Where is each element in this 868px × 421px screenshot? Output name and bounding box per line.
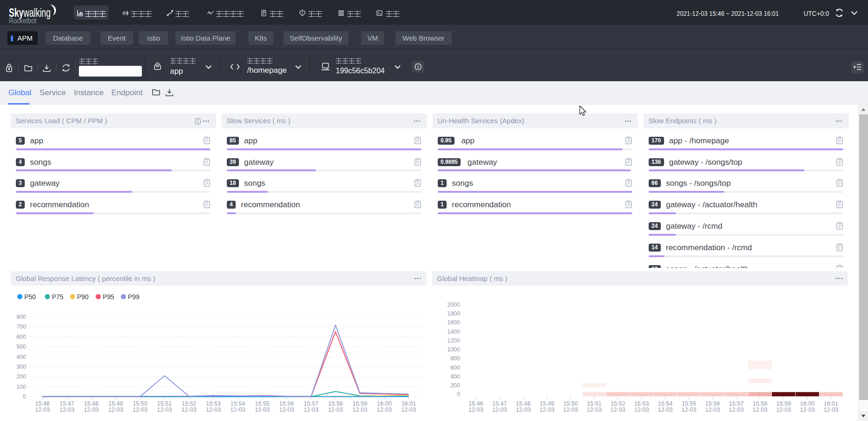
svg-text:15:52: 15:52 xyxy=(182,400,196,407)
svg-text:12-03: 12-03 xyxy=(352,407,367,413)
svg-text:12-03: 12-03 xyxy=(133,407,147,413)
svg-text:1200: 1200 xyxy=(447,337,460,344)
svg-text:15:55: 15:55 xyxy=(255,400,269,407)
svg-text:12-03: 12-03 xyxy=(279,407,294,413)
svg-text:15:53: 15:53 xyxy=(206,400,221,407)
svg-text:1400: 1400 xyxy=(447,329,460,335)
svg-text:15:57: 15:57 xyxy=(304,400,318,407)
svg-text:15:49: 15:49 xyxy=(108,400,123,407)
svg-text:12-03: 12-03 xyxy=(776,407,791,413)
svg-text:12-03: 12-03 xyxy=(469,407,483,413)
svg-text:12-03: 12-03 xyxy=(705,407,720,413)
svg-text:12-03: 12-03 xyxy=(634,407,649,413)
svg-text:12-03: 12-03 xyxy=(84,407,99,413)
svg-text:16:00: 16:00 xyxy=(800,400,814,407)
svg-text:15:56: 15:56 xyxy=(705,400,720,407)
svg-text:12-03: 12-03 xyxy=(182,407,196,413)
svg-text:400: 400 xyxy=(16,354,26,360)
svg-text:16:00: 16:00 xyxy=(377,400,392,407)
svg-text:15:49: 15:49 xyxy=(539,400,554,407)
svg-text:800: 800 xyxy=(16,314,26,320)
svg-text:15:55: 15:55 xyxy=(682,400,696,407)
svg-text:12-03: 12-03 xyxy=(35,407,50,413)
svg-text:12-03: 12-03 xyxy=(157,407,172,413)
svg-text:12-03: 12-03 xyxy=(377,407,392,413)
svg-text:12-03: 12-03 xyxy=(800,407,815,413)
svg-text:15:56: 15:56 xyxy=(280,400,294,407)
svg-text:15:51: 15:51 xyxy=(587,400,602,407)
svg-text:12-03: 12-03 xyxy=(539,407,554,413)
svg-text:800: 800 xyxy=(450,355,460,362)
svg-text:12-03: 12-03 xyxy=(729,407,744,413)
svg-text:15:52: 15:52 xyxy=(610,400,625,407)
svg-text:2000: 2000 xyxy=(447,302,460,308)
svg-text:200: 200 xyxy=(450,382,460,389)
svg-text:15:48: 15:48 xyxy=(84,400,98,407)
svg-text:12-03: 12-03 xyxy=(492,407,507,413)
svg-text:200: 200 xyxy=(16,373,26,380)
svg-text:600: 600 xyxy=(16,334,26,340)
svg-text:12-03: 12-03 xyxy=(304,407,319,413)
svg-text:15:50: 15:50 xyxy=(563,400,578,407)
svg-text:700: 700 xyxy=(16,323,26,330)
svg-text:0: 0 xyxy=(23,393,26,400)
svg-text:600: 600 xyxy=(450,365,460,371)
svg-text:15:57: 15:57 xyxy=(729,400,743,407)
svg-text:500: 500 xyxy=(16,344,26,350)
svg-text:12-03: 12-03 xyxy=(681,407,696,413)
svg-text:15:47: 15:47 xyxy=(492,400,507,407)
svg-text:16:01: 16:01 xyxy=(824,400,838,407)
svg-text:12-03: 12-03 xyxy=(328,407,343,413)
svg-text:15:46: 15:46 xyxy=(35,400,49,407)
svg-text:12-03: 12-03 xyxy=(824,407,839,413)
svg-text:12-03: 12-03 xyxy=(59,407,74,413)
svg-text:12-03: 12-03 xyxy=(255,407,270,413)
svg-text:15:47: 15:47 xyxy=(60,400,74,407)
svg-text:400: 400 xyxy=(450,373,460,380)
svg-text:12-03: 12-03 xyxy=(401,407,416,413)
svg-text:15:59: 15:59 xyxy=(777,400,791,407)
svg-text:1600: 1600 xyxy=(447,319,460,326)
svg-text:12-03: 12-03 xyxy=(753,407,768,413)
svg-text:100: 100 xyxy=(16,384,26,390)
svg-text:15:51: 15:51 xyxy=(157,400,172,407)
svg-text:15:58: 15:58 xyxy=(328,400,343,407)
svg-text:1000: 1000 xyxy=(447,346,460,353)
svg-text:12-03: 12-03 xyxy=(587,407,602,413)
svg-text:0: 0 xyxy=(457,391,460,398)
svg-text:300: 300 xyxy=(16,364,26,370)
svg-text:1800: 1800 xyxy=(447,310,460,317)
svg-text:15:48: 15:48 xyxy=(516,400,531,407)
svg-text:12-03: 12-03 xyxy=(610,407,625,413)
svg-text:15:58: 15:58 xyxy=(753,400,767,407)
svg-text:12-03: 12-03 xyxy=(563,407,578,413)
svg-text:15:59: 15:59 xyxy=(353,400,367,407)
svg-text:12-03: 12-03 xyxy=(658,407,673,413)
svg-text:15:54: 15:54 xyxy=(231,400,245,407)
svg-text:12-03: 12-03 xyxy=(231,407,245,413)
svg-text:15:53: 15:53 xyxy=(634,400,649,407)
svg-text:16:01: 16:01 xyxy=(401,400,416,407)
svg-text:12-03: 12-03 xyxy=(516,407,531,413)
svg-text:15:50: 15:50 xyxy=(133,400,147,407)
svg-text:15:46: 15:46 xyxy=(469,400,483,407)
svg-text:15:54: 15:54 xyxy=(658,400,672,407)
svg-text:12-03: 12-03 xyxy=(108,407,123,413)
svg-text:12-03: 12-03 xyxy=(206,407,221,413)
